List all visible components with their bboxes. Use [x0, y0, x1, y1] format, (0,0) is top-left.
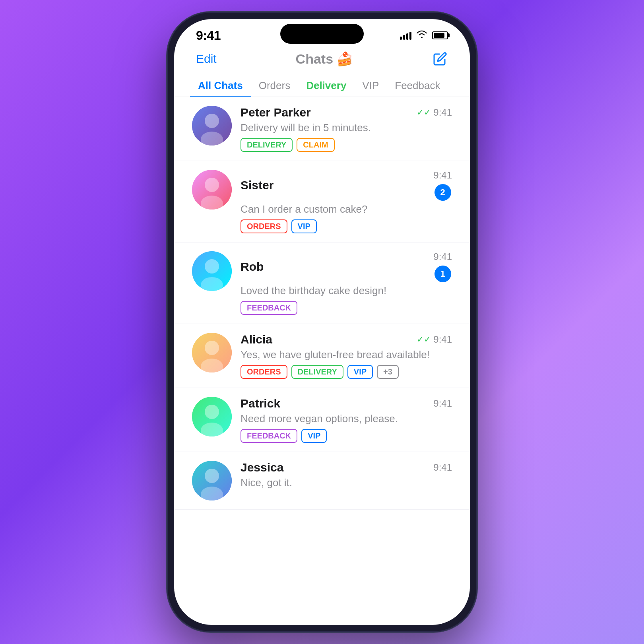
avatar — [192, 170, 232, 209]
tag-vip: VIP — [347, 365, 373, 379]
tag-vip: VIP — [291, 219, 317, 233]
tag-delivery: DELIVERY — [291, 365, 343, 379]
chat-preview: Nice, got it. — [241, 477, 452, 489]
chat-time: 9:41 — [433, 398, 452, 409]
compose-button[interactable] — [432, 51, 448, 67]
chat-time: ✓✓ 9:41 — [417, 334, 452, 345]
avatar — [192, 251, 232, 291]
chat-content: Patrick 9:41 Need more vegan options, pl… — [241, 397, 452, 443]
chat-header: Rob 9:41 1 — [241, 251, 452, 282]
chat-header: Peter Parker ✓✓ 9:41 — [241, 106, 452, 119]
tag-orders: ORDERS — [241, 219, 287, 233]
chat-preview: Yes, we have gluten-free bread available… — [241, 349, 452, 361]
chat-list: Peter Parker ✓✓ 9:41 Delivery will be in… — [174, 97, 470, 625]
tag-orders: ORDERS — [241, 365, 287, 379]
tag-vip: VIP — [301, 429, 327, 443]
patrick-avatar-image — [192, 397, 232, 436]
tab-delivery[interactable]: Delivery — [298, 75, 354, 97]
chat-preview: Can I order a custom cake? — [241, 203, 452, 215]
chat-meta: 9:41 2 — [433, 170, 452, 201]
chat-content: Rob 9:41 1 Loved the birthday cake desig… — [241, 251, 452, 315]
page-title: Chats 🍰 — [296, 51, 353, 67]
battery-fill — [434, 33, 444, 38]
avatar — [192, 397, 232, 436]
chat-header: Sister 9:41 2 — [241, 170, 452, 201]
chat-time: ✓✓ 9:41 — [417, 107, 452, 118]
unread-badge: 2 — [435, 184, 451, 201]
tag-delivery: DELIVERY — [241, 138, 293, 152]
compose-icon — [433, 52, 447, 66]
chat-time: 9:41 — [433, 251, 452, 262]
svg-point-4 — [205, 178, 219, 192]
svg-point-13 — [205, 405, 219, 419]
list-item[interactable]: Jessica 9:41 Nice, got it. — [174, 452, 470, 510]
status-time: 9:41 — [196, 28, 221, 43]
avatar — [192, 106, 232, 145]
tag-more: +3 — [377, 365, 399, 379]
tab-all-chats[interactable]: All Chats — [190, 75, 251, 97]
signal-bar-4 — [409, 32, 411, 40]
jessica-avatar-image — [192, 461, 232, 500]
tag-list: FEEDBACK — [241, 301, 452, 315]
chat-content: Jessica 9:41 Nice, got it. — [241, 461, 452, 493]
edit-button[interactable]: Edit — [196, 52, 217, 66]
avatar — [192, 461, 232, 500]
tag-claim: CLAIM — [297, 138, 334, 152]
read-check-icon: ✓✓ — [417, 334, 431, 345]
phone-screen: 9:41 — [174, 19, 470, 625]
signal-bar-3 — [406, 33, 408, 40]
chat-preview: Loved the birthday cake design! — [241, 285, 452, 297]
chat-content: Sister 9:41 2 Can I order a custom cake?… — [241, 170, 452, 233]
status-icons — [400, 30, 448, 41]
signal-bars-icon — [400, 31, 411, 40]
chat-meta: 9:41 1 — [433, 251, 452, 282]
tag-list: FEEDBACK VIP — [241, 429, 452, 443]
svg-point-16 — [205, 469, 219, 483]
alicia-avatar-image — [192, 333, 232, 372]
signal-bar-2 — [403, 35, 405, 40]
battery-icon — [432, 31, 448, 39]
tag-list: DELIVERY CLAIM — [241, 138, 452, 152]
chat-time: 9:41 — [433, 462, 452, 473]
chat-meta: ✓✓ 9:41 — [417, 334, 452, 345]
phone-frame: 9:41 — [167, 12, 477, 632]
list-item[interactable]: Sister 9:41 2 Can I order a custom cake?… — [174, 161, 470, 242]
tab-orders[interactable]: Orders — [251, 75, 298, 97]
chat-header: Jessica 9:41 — [241, 461, 452, 474]
list-item[interactable]: Rob 9:41 1 Loved the birthday cake desig… — [174, 242, 470, 324]
chat-content: Alicia ✓✓ 9:41 Yes, we have gluten-free … — [241, 333, 452, 379]
list-item[interactable]: Peter Parker ✓✓ 9:41 Delivery will be in… — [174, 97, 470, 161]
chat-header: Alicia ✓✓ 9:41 — [241, 333, 452, 346]
sister-avatar-image — [192, 170, 232, 209]
svg-point-10 — [205, 341, 219, 355]
chat-time: 9:41 — [433, 170, 452, 181]
rob-avatar-image — [192, 251, 232, 291]
contact-name: Alicia — [241, 333, 272, 346]
chat-preview: Need more vegan options, please. — [241, 413, 452, 425]
read-check-icon: ✓✓ — [417, 107, 431, 118]
svg-point-1 — [205, 114, 219, 128]
tag-list: ORDERS DELIVERY VIP +3 — [241, 365, 452, 379]
list-item[interactable]: Alicia ✓✓ 9:41 Yes, we have gluten-free … — [174, 324, 470, 388]
peter-avatar-image — [192, 106, 232, 145]
tab-vip[interactable]: VIP — [354, 75, 387, 97]
unread-badge: 1 — [435, 266, 451, 282]
signal-bar-1 — [400, 37, 402, 40]
tab-feedback[interactable]: Feedback — [387, 75, 448, 97]
tag-feedback: FEEDBACK — [241, 429, 297, 443]
tag-feedback: FEEDBACK — [241, 301, 297, 315]
contact-name: Peter Parker — [241, 106, 311, 119]
chat-meta: 9:41 — [433, 398, 452, 409]
contact-name: Jessica — [241, 461, 283, 474]
dynamic-island — [280, 24, 364, 44]
filter-tabs: All Chats Orders Delivery VIP Feedback — [174, 75, 470, 97]
chat-header: Patrick 9:41 — [241, 397, 452, 410]
list-item[interactable]: Patrick 9:41 Need more vegan options, pl… — [174, 388, 470, 452]
chat-meta: 9:41 — [433, 462, 452, 473]
chat-meta: ✓✓ 9:41 — [417, 107, 452, 118]
svg-point-7 — [205, 259, 219, 274]
avatar — [192, 333, 232, 372]
contact-name: Rob — [241, 260, 264, 274]
nav-bar: Edit Chats 🍰 — [174, 47, 470, 75]
contact-name: Patrick — [241, 397, 280, 410]
